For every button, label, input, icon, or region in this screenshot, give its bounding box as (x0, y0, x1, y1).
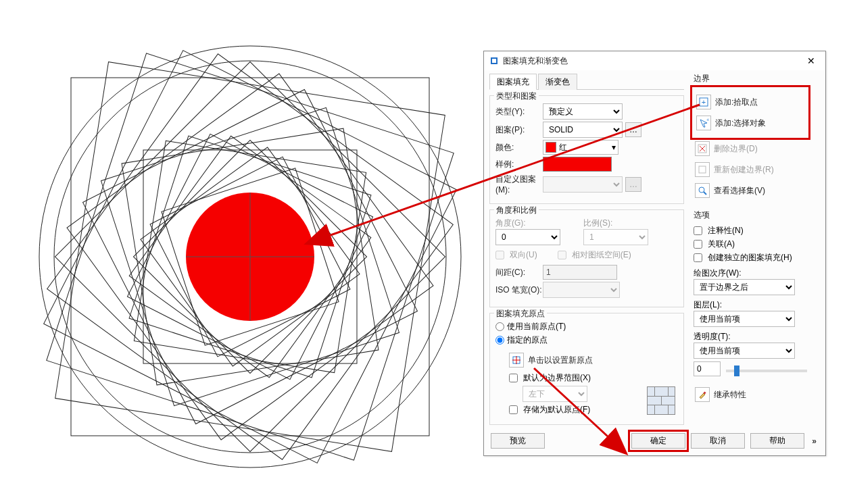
svg-text:+: + (702, 98, 706, 106)
spacing-input (543, 265, 617, 280)
sample-label: 样例: (495, 159, 543, 170)
layer-select[interactable]: 使用当前项 (694, 311, 795, 327)
group-angle-scale: 角度和比例 角度(G): 0 比例(S): 1 (489, 209, 684, 307)
group-type-pattern: 类型和图案 类型(Y): 预定义 图案(P): SOLID … 颜色: (489, 95, 684, 204)
default-pos-select: 左下 (523, 386, 587, 402)
pattern-browse-button[interactable]: … (625, 122, 641, 137)
svg-rect-35 (699, 166, 706, 173)
scale-select: 1 (583, 229, 648, 245)
pattern-label: 图案(P): (495, 124, 543, 136)
inherit-button[interactable]: 继承特性 (694, 386, 807, 403)
color-label: 颜色: (495, 142, 543, 153)
iso-select (543, 282, 620, 298)
tab-gradient[interactable]: 渐变色 (538, 74, 577, 90)
tab-hatch[interactable]: 图案填充 (489, 74, 537, 90)
expand-dialog-button[interactable]: » (810, 436, 819, 446)
click-set-origin-button[interactable]: 单击以设置新原点 (508, 351, 647, 369)
transp-num-input[interactable] (694, 361, 721, 376)
preview-button[interactable]: 预览 (491, 433, 545, 449)
rose-drawing (14, 14, 487, 500)
group-origin: 图案填充原点 使用当前原点(T) 指定的原点 单击以 (489, 313, 684, 425)
recreate-icon (695, 162, 710, 177)
group-title: 角度和比例 (494, 205, 539, 216)
angle-label: 角度(G): (495, 218, 583, 229)
pickpoint-icon: + (696, 95, 711, 109)
custom-select (543, 176, 623, 193)
svg-text:+: + (706, 118, 708, 123)
color-chip-icon (545, 142, 556, 153)
default-bounds-checkbox[interactable]: 默认为边界范围(X) (508, 372, 647, 384)
recreate-boundary-button: 重新创建边界(R) (694, 161, 807, 178)
transp-slider[interactable] (726, 370, 807, 372)
custom-browse-button: … (625, 177, 641, 192)
group-title: 类型和图案 (494, 91, 539, 102)
app-icon (489, 56, 499, 66)
transp-label: 透明度(T): (694, 331, 807, 343)
group-title: 图案填充原点 (494, 308, 547, 320)
transp-select[interactable]: 使用当前项 (694, 343, 795, 359)
pattern-select[interactable]: SOLID (543, 122, 623, 138)
sample-swatch[interactable] (543, 157, 612, 172)
add-selectobj-button[interactable]: + 添加:选择对象 (695, 114, 806, 132)
dialog-footer: 预览 确定 取消 帮助 » (484, 428, 825, 455)
origin-use-current-radio[interactable]: 使用当前原点(T) (495, 321, 678, 332)
layer-label: 图层(L): (694, 299, 807, 311)
separate-checkbox[interactable]: 创建独立的图案填充(H) (694, 252, 807, 263)
selectobj-icon: + (696, 116, 711, 130)
boundary-title: 边界 (694, 73, 807, 84)
drawing-canvas (0, 0, 487, 504)
svg-rect-25 (492, 59, 496, 63)
inherit-icon (695, 387, 710, 402)
view-selection-button[interactable]: 查看选择集(V) (694, 182, 807, 199)
color-value: 红 (559, 142, 567, 153)
ok-button[interactable]: 确定 (631, 433, 685, 449)
iso-label: ISO 笔宽(O): (495, 284, 543, 296)
origin-pick-icon (509, 353, 524, 368)
dialog-title: 图案填充和渐变色 (503, 55, 802, 67)
remove-boundary-button: 删除边界(D) (694, 140, 807, 157)
scale-label: 比例(S): (583, 218, 648, 229)
boundary-add-highlight: + 添加:拾取点 + 添加:选择对象 (694, 89, 807, 136)
tab-strip: 图案填充 渐变色 (489, 73, 684, 90)
spacing-label: 间距(C): (495, 267, 543, 278)
options-title: 选项 (694, 209, 807, 221)
slider-thumb-icon (734, 366, 739, 376)
double-checkbox: 双向(U) (495, 249, 537, 261)
assoc-checkbox[interactable]: 关联(A) (694, 238, 807, 250)
color-select[interactable]: 红 ▾ (543, 140, 618, 155)
draworder-label: 绘图次序(W): (694, 268, 807, 279)
origin-specified-radio[interactable]: 指定的原点 (495, 334, 678, 346)
type-select[interactable]: 预定义 (543, 103, 623, 120)
svg-line-37 (704, 192, 706, 195)
title-bar: 图案填充和渐变色 ✕ (484, 51, 825, 70)
cancel-button[interactable]: 取消 (691, 433, 745, 449)
origin-preview-icon (647, 386, 675, 415)
add-pickpoint-button[interactable]: + 添加:拾取点 (695, 93, 806, 111)
hatch-dialog: 图案填充和渐变色 ✕ 图案填充 渐变色 类型和图案 类型(Y): 预定义 图案(… (483, 51, 826, 456)
angle-select[interactable]: 0 (495, 229, 560, 245)
help-button[interactable]: 帮助 (750, 433, 804, 449)
draworder-select[interactable]: 置于边界之后 (694, 279, 795, 295)
svg-point-36 (699, 187, 704, 193)
remove-icon (695, 141, 710, 156)
custom-label: 自定义图案(M): (495, 174, 543, 195)
store-default-checkbox[interactable]: 存储为默认原点(F) (508, 404, 647, 415)
close-button[interactable]: ✕ (802, 54, 820, 68)
magnifier-icon (695, 183, 710, 198)
annotative-checkbox[interactable]: 注释性(N) (694, 225, 807, 236)
type-label: 类型(Y): (495, 106, 543, 118)
paperspace-checkbox: 相对图纸空间(E) (558, 249, 631, 261)
